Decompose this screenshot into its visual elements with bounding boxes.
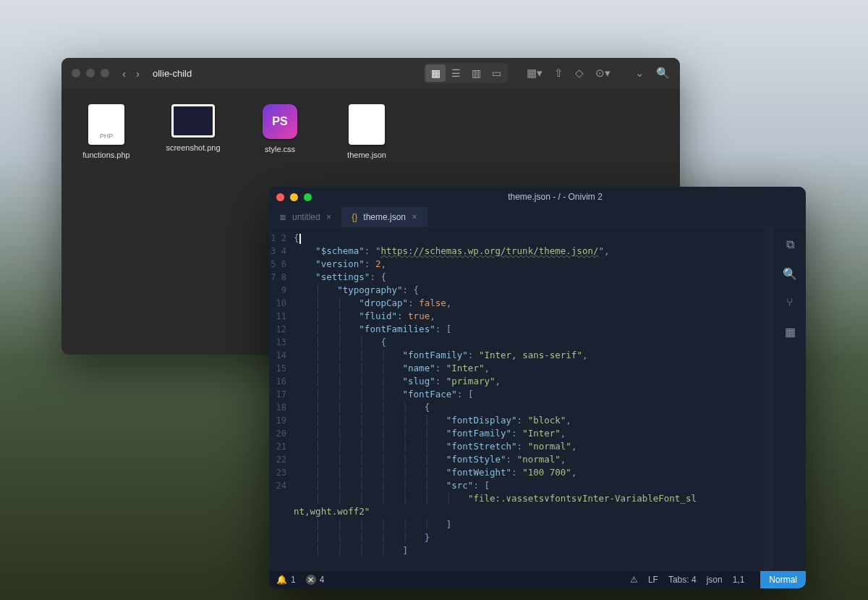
view-switcher[interactable]: ▦ ☰ ▥ ▭ bbox=[424, 63, 508, 83]
search-icon[interactable]: 🔍 bbox=[783, 266, 797, 281]
finder-file-grid: PHP functions.php screenshot.png PS styl… bbox=[61, 88, 680, 175]
errors-indicator[interactable]: ✕ 4 bbox=[306, 575, 325, 585]
file-icon: PS bbox=[263, 104, 297, 139]
group-menu[interactable]: ▦▾ bbox=[527, 67, 542, 80]
more-menu[interactable]: ⊙▾ bbox=[595, 67, 610, 80]
activity-bar: ⧉ 🔍 ⑂ ▦ bbox=[774, 227, 806, 571]
language-indicator[interactable]: json bbox=[707, 575, 723, 585]
line-number-gutter: 1 2 3 4 5 6 7 8 9 10 11 12 13 14 15 16 1… bbox=[269, 227, 291, 571]
editor-window: theme.json - / - Onivim 2 ≣ untitled × {… bbox=[269, 187, 806, 588]
eol-indicator[interactable]: LF bbox=[648, 575, 658, 585]
file-label: screenshot.png bbox=[164, 143, 222, 152]
window-controls[interactable] bbox=[72, 69, 109, 77]
close-icon[interactable] bbox=[276, 193, 284, 201]
file-icon: ≣ bbox=[279, 212, 286, 222]
source-control-icon[interactable]: ⑂ bbox=[783, 295, 797, 310]
cursor-position[interactable]: 1,1 bbox=[733, 575, 745, 585]
file-label: functions.php bbox=[77, 151, 135, 159]
file-item[interactable]: screenshot.png bbox=[164, 104, 222, 159]
warning-icon[interactable]: ⚠ bbox=[630, 575, 638, 585]
tag-button[interactable]: ◇ bbox=[575, 67, 584, 80]
minimize-icon[interactable] bbox=[86, 69, 95, 77]
list-view-button[interactable]: ☰ bbox=[446, 64, 466, 82]
finder-title: ollie-child bbox=[153, 68, 192, 79]
minimap[interactable] bbox=[764, 227, 774, 571]
tab-label: theme.json bbox=[363, 212, 406, 222]
json-icon: {} bbox=[352, 212, 357, 222]
zoom-icon[interactable] bbox=[304, 193, 312, 201]
editor-title: theme.json - / - Onivim 2 bbox=[312, 192, 799, 202]
share-button[interactable]: ⇧ bbox=[554, 67, 563, 80]
icon-view-button[interactable]: ▦ bbox=[425, 64, 446, 82]
notifications-indicator[interactable]: 🔔 1 bbox=[276, 575, 296, 585]
file-icon bbox=[171, 104, 215, 138]
extensions-icon[interactable]: ▦ bbox=[783, 324, 797, 339]
search-icon[interactable]: 🔍 bbox=[656, 67, 670, 80]
gallery-view-button[interactable]: ▭ bbox=[486, 64, 506, 82]
window-controls[interactable] bbox=[276, 193, 312, 201]
file-item[interactable]: PHP functions.php bbox=[77, 104, 135, 159]
zoom-icon[interactable] bbox=[101, 69, 109, 77]
status-bar: 🔔 1 ✕ 4 ⚠ LF Tabs: 4 json 1,1 Normal bbox=[269, 571, 806, 588]
file-item[interactable]: PS style.css bbox=[251, 104, 309, 159]
file-label: theme.json bbox=[338, 151, 396, 159]
back-button[interactable]: ‹ bbox=[122, 67, 126, 80]
vim-mode: Normal bbox=[760, 571, 806, 588]
file-icon: PHP bbox=[88, 104, 124, 145]
tabsize-indicator[interactable]: Tabs: 4 bbox=[668, 575, 697, 585]
tab-label: untitled bbox=[292, 212, 320, 222]
close-tab-icon[interactable]: × bbox=[412, 211, 417, 222]
file-label: style.css bbox=[251, 145, 309, 153]
tab-untitled[interactable]: ≣ untitled × bbox=[269, 207, 341, 227]
copy-icon[interactable]: ⧉ bbox=[783, 237, 797, 252]
tab-themejson[interactable]: {} theme.json × bbox=[341, 207, 427, 227]
editor-titlebar: theme.json - / - Onivim 2 bbox=[269, 187, 806, 207]
forward-button[interactable]: › bbox=[136, 67, 140, 80]
close-icon[interactable] bbox=[72, 69, 80, 77]
minimize-icon[interactable] bbox=[290, 193, 298, 201]
column-view-button[interactable]: ▥ bbox=[466, 64, 486, 82]
file-icon bbox=[349, 104, 385, 145]
editor-tabs: ≣ untitled × {} theme.json × bbox=[269, 207, 806, 227]
file-item[interactable]: theme.json bbox=[338, 104, 396, 159]
code-area[interactable]: { "$schema": "https://schemas.wp.org/tru… bbox=[291, 227, 774, 571]
close-tab-icon[interactable]: × bbox=[326, 211, 332, 222]
dropdown-icon[interactable]: ⌄ bbox=[635, 67, 644, 80]
finder-titlebar: ‹ › ollie-child ▦ ☰ ▥ ▭ ▦▾ ⇧ ◇ ⊙▾ ⌄ 🔍 bbox=[61, 58, 680, 88]
